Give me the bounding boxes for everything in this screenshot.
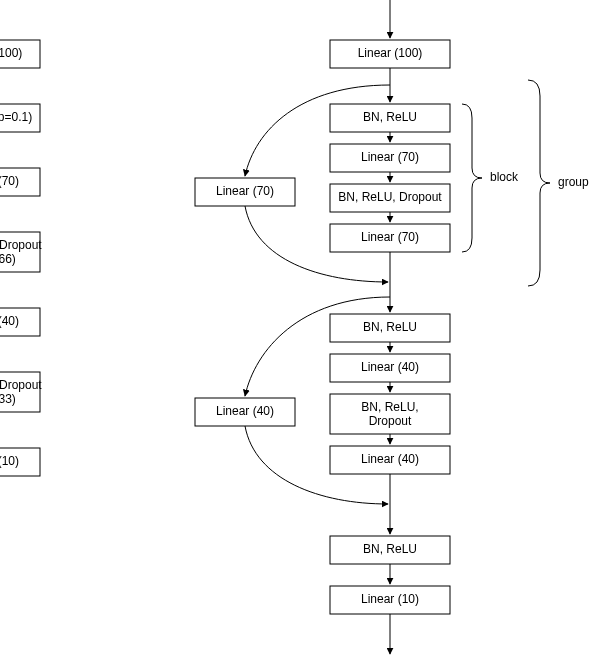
left-box-linear-100-label: Linear (100) xyxy=(0,46,22,60)
left-box-bnrelu-066-label-l2: (p=0.066) xyxy=(0,252,16,266)
g2-bn-relu-dropout-label-l1: BN, ReLU, xyxy=(361,400,418,414)
left-box-linear-40-label: Linear (40) xyxy=(0,314,19,328)
g1-skip-linear-70-label: Linear (70) xyxy=(216,184,274,198)
left-network: Linear (100) Dropout (p=0.1) Linear (70)… xyxy=(0,0,42,510)
left-box-bnrelu-033-label-l1: BN, ReLU, Dropout xyxy=(0,378,42,392)
left-box-bnrelu-066-label-l1: BN, ReLU, Dropout xyxy=(0,238,42,252)
g1-linear-70a-label: Linear (70) xyxy=(361,150,419,164)
block-brace xyxy=(462,104,482,252)
g2-bn-relu-dropout-label-l2: Dropout xyxy=(369,414,412,428)
right-network: Linear (100) BN, ReLU Linear (70) BN, Re… xyxy=(195,0,589,654)
g1-bn-relu-dropout-label: BN, ReLU, Dropout xyxy=(338,190,442,204)
left-box-bnrelu-033-label-l2: (p=0.033) xyxy=(0,392,16,406)
left-box-linear-10-label: Linear (10) xyxy=(0,454,19,468)
group-label: group xyxy=(558,175,589,189)
g2-skip-linear-40-label: Linear (40) xyxy=(216,404,274,418)
block-label: block xyxy=(490,170,519,184)
g1-bn-relu-label: BN, ReLU xyxy=(363,110,417,124)
g1-linear-70b-label: Linear (70) xyxy=(361,230,419,244)
left-box-dropout-01-label: Dropout (p=0.1) xyxy=(0,110,32,124)
tail-bn-relu-label: BN, ReLU xyxy=(363,542,417,556)
group-brace xyxy=(528,80,550,286)
g2-bn-relu-label: BN, ReLU xyxy=(363,320,417,334)
left-box-linear-70-label: Linear (70) xyxy=(0,174,19,188)
right-box-linear-100-label: Linear (100) xyxy=(358,46,423,60)
tail-linear-10-label: Linear (10) xyxy=(361,592,419,606)
g2-linear-40b-label: Linear (40) xyxy=(361,452,419,466)
g2-linear-40a-label: Linear (40) xyxy=(361,360,419,374)
